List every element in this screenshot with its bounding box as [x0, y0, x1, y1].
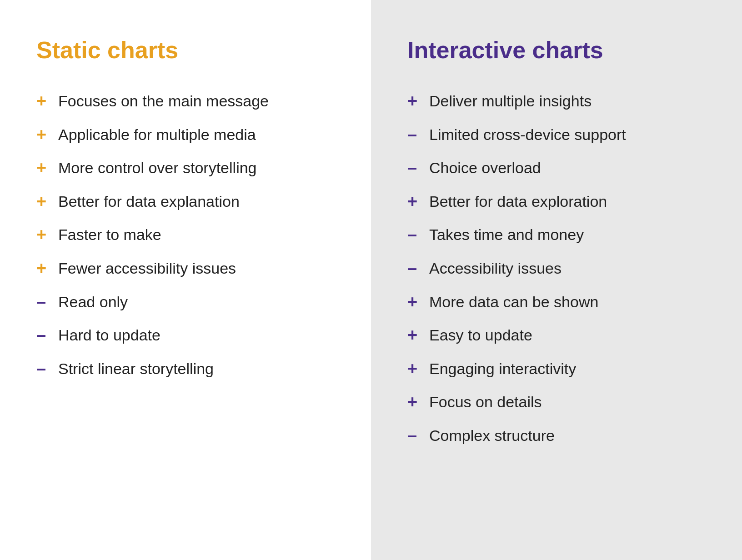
item-text: Takes time and money — [429, 225, 715, 245]
item-text: Better for data explanation — [58, 191, 344, 211]
item-text: More control over storytelling — [58, 158, 344, 178]
static-charts-list: +Focuses on the main message+Applicable … — [36, 91, 344, 379]
list-item: +Better for data explanation — [36, 191, 344, 212]
list-item: –Limited cross-device support — [407, 125, 715, 145]
item-text: Complex structure — [429, 425, 715, 445]
plus-marker: + — [407, 292, 421, 313]
minus-marker: – — [407, 158, 421, 179]
item-text: More data can be shown — [429, 292, 715, 312]
list-item: –Accessibility issues — [407, 258, 715, 279]
minus-marker: – — [407, 258, 421, 279]
item-text: Faster to make — [58, 225, 344, 245]
minus-marker: – — [36, 359, 50, 380]
plus-marker: + — [407, 191, 421, 212]
list-item: +Faster to make — [36, 225, 344, 245]
item-text: Accessibility issues — [429, 258, 715, 278]
minus-marker: – — [407, 425, 421, 446]
static-charts-title: Static charts — [36, 36, 344, 64]
minus-marker: – — [36, 292, 50, 313]
item-text: Read only — [58, 292, 344, 312]
plus-marker: + — [407, 392, 421, 413]
interactive-charts-list: +Deliver multiple insights–Limited cross… — [407, 91, 715, 446]
item-text: Deliver multiple insights — [429, 91, 715, 111]
list-item: +Fewer accessibility issues — [36, 258, 344, 279]
list-item: +Focus on details — [407, 392, 715, 413]
list-item: –Complex structure — [407, 425, 715, 446]
list-item: +Engaging interactivity — [407, 359, 715, 380]
item-text: Applicable for multiple media — [58, 125, 344, 145]
list-item: +Better for data exploration — [407, 191, 715, 212]
list-item: –Read only — [36, 292, 344, 313]
list-item: +More data can be shown — [407, 292, 715, 313]
plus-marker: + — [36, 125, 50, 145]
list-item: –Takes time and money — [407, 225, 715, 245]
list-item: +More control over storytelling — [36, 158, 344, 179]
list-item: –Strict linear storytelling — [36, 359, 344, 380]
list-item: +Deliver multiple insights — [407, 91, 715, 112]
minus-marker: – — [36, 325, 50, 346]
plus-marker: + — [36, 91, 50, 112]
plus-marker: + — [36, 191, 50, 212]
list-item: –Choice overload — [407, 158, 715, 179]
plus-marker: + — [36, 158, 50, 179]
plus-marker: + — [407, 91, 421, 112]
plus-marker: + — [407, 359, 421, 380]
item-text: Focus on details — [429, 392, 715, 412]
item-text: Limited cross-device support — [429, 125, 715, 145]
list-item: –Hard to update — [36, 325, 344, 346]
minus-marker: – — [407, 125, 421, 145]
plus-marker: + — [36, 225, 50, 245]
item-text: Fewer accessibility issues — [58, 258, 344, 278]
interactive-charts-title: Interactive charts — [407, 36, 715, 64]
static-charts-panel: Static charts +Focuses on the main messa… — [0, 0, 371, 560]
plus-marker: + — [407, 325, 421, 346]
plus-marker: + — [36, 258, 50, 279]
list-item: +Focuses on the main message — [36, 91, 344, 112]
list-item: +Applicable for multiple media — [36, 125, 344, 145]
item-text: Easy to update — [429, 325, 715, 345]
list-item: +Easy to update — [407, 325, 715, 346]
item-text: Choice overload — [429, 158, 715, 178]
item-text: Strict linear storytelling — [58, 359, 344, 379]
item-text: Better for data exploration — [429, 191, 715, 211]
item-text: Focuses on the main message — [58, 91, 344, 111]
interactive-charts-panel: Interactive charts +Deliver multiple ins… — [371, 0, 742, 560]
item-text: Engaging interactivity — [429, 359, 715, 379]
item-text: Hard to update — [58, 325, 344, 345]
minus-marker: – — [407, 225, 421, 245]
